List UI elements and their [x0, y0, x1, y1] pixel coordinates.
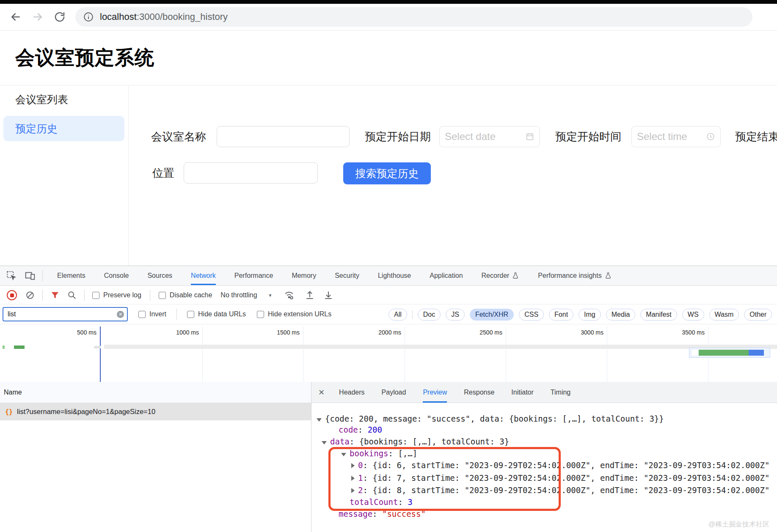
- url-text: localhost:3000/booking_history: [100, 11, 228, 22]
- pane-divider[interactable]: [311, 382, 311, 532]
- tab-elements[interactable]: Elements: [57, 266, 85, 285]
- request-type-chipbar: All Doc JS Fetch/XHR CSS Font Img Media …: [388, 304, 772, 324]
- start-time-picker[interactable]: Select time: [631, 126, 721, 147]
- name-column-header[interactable]: Name: [4, 389, 22, 396]
- start-date-label: 预定开始日期: [365, 126, 431, 147]
- gridline: [202, 326, 203, 382]
- chip-wasm[interactable]: Wasm: [709, 309, 739, 321]
- export-har-icon[interactable]: [323, 290, 333, 300]
- timeline-tick: 2500 ms: [479, 329, 502, 336]
- network-toolbar: Preserve log Disable cache No throttling…: [0, 286, 777, 304]
- sidebar-item-booking-history[interactable]: 预定历史: [15, 116, 58, 141]
- gridline: [303, 326, 303, 382]
- forward-icon[interactable]: [31, 11, 44, 23]
- room-name-input[interactable]: [217, 126, 350, 147]
- selected-request-waterfall[interactable]: [689, 348, 770, 358]
- tab-application[interactable]: Application: [430, 266, 463, 285]
- tab-console[interactable]: Console: [104, 266, 129, 285]
- chip-doc[interactable]: Doc: [418, 309, 441, 321]
- timeline-tick: 2000 ms: [378, 329, 401, 336]
- tab-performance-insights[interactable]: Performance insights: [538, 266, 612, 285]
- device-toolbar-icon[interactable]: [25, 270, 36, 281]
- chip-ws[interactable]: WS: [682, 309, 704, 321]
- hide-data-urls-label: Hide data URLs: [198, 310, 246, 318]
- collapse-triangle-icon[interactable]: [322, 441, 327, 444]
- detail-tab-initiator[interactable]: Initiator: [511, 382, 533, 403]
- chip-fetch-xhr[interactable]: Fetch/XHR: [470, 309, 514, 321]
- tab-security[interactable]: Security: [335, 266, 359, 285]
- filter-separator: [176, 309, 177, 320]
- json-booking-0-row[interactable]: 0: {id: 6, startTime: "2023-09-29T02:54:…: [351, 461, 769, 470]
- waterfall-blue-segment: [749, 350, 764, 356]
- search-booking-history-button[interactable]: 搜索预定历史: [343, 162, 431, 184]
- chip-img[interactable]: Img: [579, 309, 601, 321]
- gridline: [506, 326, 506, 382]
- detail-tab-preview[interactable]: Preview: [423, 382, 447, 403]
- tab-performance[interactable]: Performance: [234, 266, 273, 285]
- invert-checkbox[interactable]: [138, 311, 146, 318]
- detail-tab-payload[interactable]: Payload: [382, 382, 406, 403]
- sidebar-divider: [128, 85, 129, 266]
- clear-filter-icon[interactable]: ✕: [117, 311, 124, 318]
- timeline-waterfall[interactable]: [0, 344, 777, 382]
- inspect-element-icon[interactable]: [6, 270, 17, 281]
- chip-font[interactable]: Font: [549, 309, 573, 321]
- disable-cache-checkbox[interactable]: [159, 292, 166, 299]
- clear-network-log-icon[interactable]: [25, 291, 35, 300]
- tab-sources[interactable]: Sources: [147, 266, 172, 285]
- calendar-icon: [525, 132, 535, 141]
- chip-js[interactable]: JS: [446, 309, 465, 321]
- json-booking-1-row[interactable]: 1: {id: 7, startTime: "2023-09-29T02:54:…: [351, 473, 769, 483]
- request-row-selected[interactable]: {} list?username=lisi&pageNo=1&pageSize=…: [0, 403, 311, 420]
- expand-triangle-icon[interactable]: [351, 476, 355, 481]
- collapse-triangle-icon[interactable]: [317, 418, 322, 422]
- expand-triangle-icon[interactable]: [351, 463, 355, 468]
- end-label: 预定结束: [735, 126, 777, 147]
- network-conditions-icon[interactable]: [284, 290, 295, 301]
- tab-memory[interactable]: Memory: [292, 266, 316, 285]
- chip-all[interactable]: All: [388, 309, 407, 321]
- chip-media[interactable]: Media: [606, 309, 636, 321]
- tab-network[interactable]: Network: [191, 266, 216, 285]
- detail-tab-headers[interactable]: Headers: [339, 382, 364, 403]
- hide-extension-urls-checkbox[interactable]: [257, 311, 264, 318]
- import-har-icon[interactable]: [305, 290, 315, 300]
- chip-css[interactable]: CSS: [519, 309, 544, 321]
- reload-icon[interactable]: [53, 11, 66, 23]
- sidebar-item-room-list[interactable]: 会议室列表: [15, 90, 68, 109]
- hide-data-urls-checkbox[interactable]: [187, 311, 194, 318]
- location-input[interactable]: [184, 162, 318, 184]
- waterfall-green-segment: [699, 350, 749, 356]
- chevron-down-icon[interactable]: ▼: [268, 293, 273, 298]
- json-booking-2-row[interactable]: 2: {id: 8, startTime: "2023-09-29T02:54:…: [351, 485, 769, 495]
- json-root-row[interactable]: {code: 200, message: "success", data: {b…: [317, 414, 664, 423]
- experiment-flask-icon: [604, 272, 612, 280]
- gridline: [607, 326, 607, 382]
- json-code-row: code: 200: [339, 425, 382, 434]
- address-bar[interactable]: localhost:3000/booking_history: [75, 7, 752, 27]
- back-icon[interactable]: [9, 11, 22, 23]
- detail-tab-timing[interactable]: Timing: [551, 382, 570, 403]
- filter-icon[interactable]: [50, 291, 60, 300]
- throttling-select[interactable]: No throttling: [220, 291, 257, 299]
- close-icon[interactable]: ✕: [318, 388, 325, 397]
- site-info-icon[interactable]: [83, 11, 94, 22]
- json-bookings-row[interactable]: bookings: [,…]: [341, 449, 417, 458]
- tab-recorder[interactable]: Recorder: [482, 266, 520, 285]
- timeline-tick: 1500 ms: [277, 329, 300, 336]
- preserve-log-checkbox[interactable]: [92, 292, 99, 299]
- json-data-row[interactable]: data: {bookings: [,…], totalCount: 3}: [322, 437, 509, 446]
- filter-input[interactable]: [3, 307, 128, 321]
- detail-tab-response[interactable]: Response: [464, 382, 494, 403]
- start-date-picker[interactable]: Select date: [439, 126, 540, 147]
- search-icon[interactable]: [67, 291, 77, 300]
- record-button[interactable]: [7, 290, 17, 300]
- tab-lighthouse[interactable]: Lighthouse: [378, 266, 411, 285]
- expand-triangle-icon[interactable]: [351, 488, 355, 493]
- chip-manifest[interactable]: Manifest: [640, 309, 677, 321]
- page-title: 会议室预定系统: [15, 45, 154, 71]
- json-file-icon: {}: [5, 408, 13, 416]
- start-time-placeholder: Select time: [637, 131, 706, 143]
- collapse-triangle-icon[interactable]: [341, 453, 346, 456]
- chip-other[interactable]: Other: [744, 309, 772, 321]
